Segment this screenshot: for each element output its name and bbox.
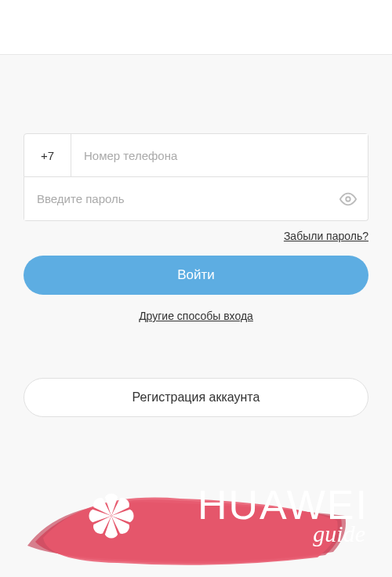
brand-name: HUAWEI	[198, 484, 368, 525]
password-row	[24, 177, 368, 221]
brand-subtitle: guide	[198, 522, 365, 546]
brand-text: HUAWEI guide	[198, 484, 368, 546]
show-password-icon[interactable]	[328, 177, 368, 220]
login-button[interactable]: Войти	[24, 256, 368, 295]
forgot-password-link[interactable]: Забыли пароль?	[284, 230, 368, 242]
footer-banner: HUAWEI guide	[0, 444, 392, 577]
other-row: Другие способы входа	[24, 309, 368, 323]
top-bar	[0, 0, 392, 55]
forgot-row: Забыли пароль?	[24, 229, 368, 243]
brush-background	[16, 467, 353, 569]
huawei-logo-icon	[85, 489, 138, 543]
svg-point-0	[346, 197, 350, 201]
country-code-selector[interactable]: +7	[24, 134, 71, 176]
password-input[interactable]	[24, 177, 328, 220]
register-wrapper: Регистрация аккаунта	[24, 378, 368, 417]
other-login-methods-link[interactable]: Другие способы входа	[139, 310, 253, 322]
phone-input[interactable]	[71, 134, 368, 176]
login-form: +7 Забыли пароль? Войти Другие способы в…	[0, 55, 392, 417]
register-button[interactable]: Регистрация аккаунта	[24, 378, 368, 417]
phone-row: +7	[24, 133, 368, 177]
